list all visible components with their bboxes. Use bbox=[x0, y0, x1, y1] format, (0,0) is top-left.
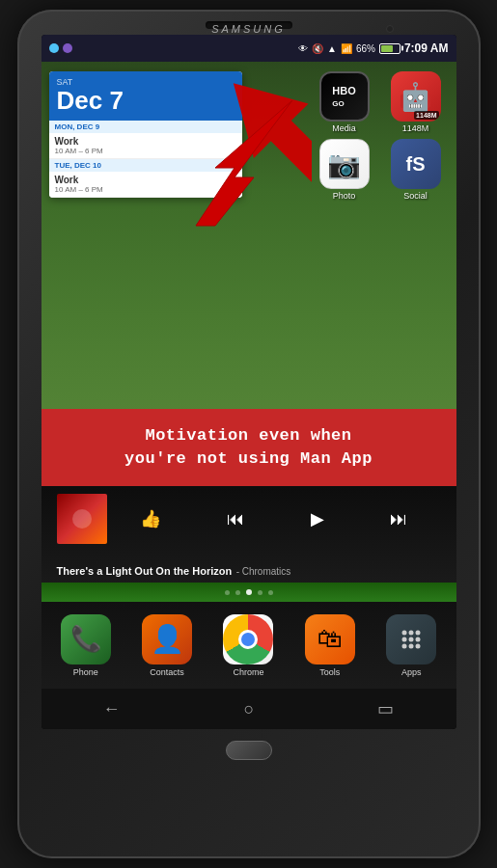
social-label: Social bbox=[403, 191, 428, 201]
recents-button[interactable]: ▭ bbox=[362, 692, 409, 725]
app-icon-media[interactable]: HBOGO Media bbox=[312, 71, 377, 133]
wallpaper: SAT Dec 7 MON, DEC 9 Work 10 AM – 6 PM T… bbox=[41, 62, 456, 486]
tools-dock-icon: 🛍 bbox=[305, 614, 355, 665]
photo-icon-img: 📷 bbox=[319, 139, 370, 189]
social-text: fS bbox=[406, 153, 426, 176]
chrome-dock-label: Chrome bbox=[233, 667, 263, 677]
status-right-icons: 👁 🔇 ▲ 📶 66% 7:09 AM bbox=[298, 41, 449, 55]
nav-bar: ← ○ ▭ bbox=[41, 689, 456, 729]
music-info: There's a Light Out On the Horizon - Chr… bbox=[41, 561, 456, 583]
page-dots bbox=[41, 583, 456, 602]
phone-top: SAMSUNG bbox=[17, 10, 481, 35]
svg-point-7 bbox=[416, 637, 421, 641]
apps-dock-icon bbox=[386, 614, 436, 665]
phone-dock-label: Phone bbox=[73, 667, 98, 677]
contacts-dock-icon: 👤 bbox=[142, 614, 192, 665]
dock-item-tools[interactable]: 🛍 Tools bbox=[297, 614, 363, 677]
brand-label: SAMSUNG bbox=[211, 23, 286, 35]
music-song-title: There's a Light Out On the Horizon bbox=[57, 565, 233, 577]
android-robot-icon: 🤖 bbox=[399, 81, 432, 113]
contacts-dock-label: Contacts bbox=[150, 667, 184, 677]
app-icons-grid: HBOGO Media 🤖 1148M 1148M 📷 bbox=[312, 71, 449, 201]
app1148-icon-img: 🤖 1148M bbox=[391, 71, 441, 122]
status-bar: 👁 🔇 ▲ 📶 66% 7:09 AM bbox=[41, 35, 456, 62]
screen: 👁 🔇 ▲ 📶 66% 7:09 AM SAT Dec 7 MON bbox=[41, 35, 456, 729]
hbo-label: Media bbox=[332, 123, 356, 133]
chrome-icon-outer bbox=[223, 614, 273, 665]
hbo-text: HBOGO bbox=[332, 85, 355, 108]
dock-item-chrome[interactable]: Chrome bbox=[215, 614, 281, 677]
dot-3-active bbox=[246, 589, 252, 595]
camera-emoji: 📷 bbox=[327, 149, 361, 180]
music-artist-name: Chromatics bbox=[242, 566, 291, 577]
dot-2 bbox=[235, 590, 240, 595]
banner-line1: Motivation even when bbox=[145, 424, 351, 448]
status-time: 7:09 AM bbox=[404, 41, 449, 55]
phone-frame: SAMSUNG 👁 🔇 ▲ 📶 66% 7:09 AM bbox=[17, 10, 481, 858]
chrome-dock-icon bbox=[223, 614, 273, 665]
tools-dock-label: Tools bbox=[319, 667, 340, 677]
play-button[interactable]: ▶ bbox=[303, 504, 332, 533]
app1148-label: 1148M bbox=[402, 123, 429, 133]
app-badge: 1148M bbox=[414, 111, 438, 120]
dock-item-contacts[interactable]: 👤 Contacts bbox=[134, 614, 200, 677]
app-icon-1148m[interactable]: 🤖 1148M 1148M bbox=[383, 71, 449, 133]
svg-point-4 bbox=[416, 630, 421, 635]
back-button[interactable]: ← bbox=[88, 693, 136, 725]
red-banner: Motivation even when you're not using Ma… bbox=[41, 409, 456, 486]
chrome-icon-inner bbox=[238, 630, 258, 649]
status-dot-purple bbox=[63, 43, 72, 53]
phone-bottom bbox=[17, 729, 481, 768]
svg-point-2 bbox=[402, 630, 407, 635]
music-buttons: 👍 ⏮ ▶ ⏭ bbox=[107, 504, 441, 533]
social-icon-img: fS bbox=[391, 139, 441, 189]
app-icon-photo[interactable]: 📷 Photo bbox=[312, 139, 377, 201]
hbo-icon-img: HBOGO bbox=[319, 71, 370, 122]
home-button-nav[interactable]: ○ bbox=[229, 693, 270, 725]
phone-dock-icon: 📞 bbox=[61, 614, 111, 665]
dot-4 bbox=[258, 590, 262, 595]
wifi-icon: ▲ bbox=[327, 43, 337, 54]
battery-percent: 66% bbox=[356, 43, 375, 54]
photo-label: Photo bbox=[333, 191, 356, 201]
status-left-icons bbox=[49, 43, 72, 53]
dock-item-apps[interactable]: Apps bbox=[378, 614, 444, 677]
battery-fill bbox=[381, 45, 393, 52]
battery-icon bbox=[379, 43, 400, 54]
album-detail bbox=[72, 509, 92, 529]
svg-point-8 bbox=[402, 643, 407, 648]
prev-button[interactable]: ⏮ bbox=[219, 505, 252, 533]
apps-dock-label: Apps bbox=[401, 667, 422, 677]
svg-point-9 bbox=[409, 643, 414, 648]
app-icon-social[interactable]: fS Social bbox=[383, 139, 449, 201]
signal-icon: 📶 bbox=[341, 43, 352, 54]
music-player: 👍 ⏮ ▶ ⏭ There's a Light Out On the Horiz… bbox=[41, 486, 456, 583]
physical-home-button[interactable] bbox=[226, 741, 272, 760]
mute-icon: 🔇 bbox=[312, 43, 323, 54]
front-camera bbox=[386, 25, 394, 33]
dot-5 bbox=[268, 590, 273, 595]
dot-1 bbox=[225, 590, 230, 595]
music-controls-row: 👍 ⏮ ▶ ⏭ bbox=[41, 486, 456, 552]
next-button[interactable]: ⏭ bbox=[382, 505, 415, 533]
red-arrow-icon bbox=[138, 81, 312, 235]
apps-grid-icon bbox=[398, 626, 425, 653]
dock: 📞 Phone 👤 Contacts Chrome 🛍 Tools bbox=[41, 602, 456, 689]
dock-item-phone[interactable]: 📞 Phone bbox=[53, 614, 119, 677]
like-button[interactable]: 👍 bbox=[132, 504, 169, 533]
svg-point-3 bbox=[409, 630, 414, 635]
status-dot-blue bbox=[49, 43, 59, 53]
banner-line2: you're not using Man App bbox=[124, 448, 373, 471]
screen-icon: 👁 bbox=[298, 43, 308, 54]
svg-point-10 bbox=[416, 643, 421, 648]
svg-point-5 bbox=[402, 637, 407, 641]
svg-point-6 bbox=[409, 637, 414, 641]
album-thumbnail bbox=[57, 494, 107, 544]
